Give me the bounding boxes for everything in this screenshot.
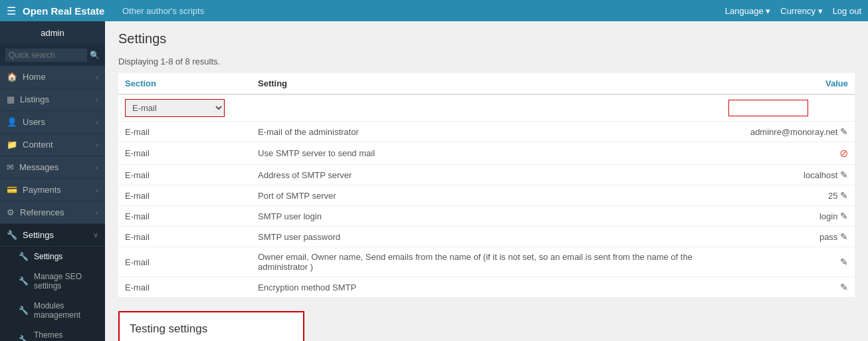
value-cell: 25 ✎ <box>722 185 855 206</box>
value-header: Value <box>722 73 855 94</box>
main-layout: admin 🔍 🏠 Home ‹ ▦ Listings ‹ 👤 Users ‹ … <box>0 21 868 341</box>
seo-icon: 🔧 <box>19 277 29 286</box>
table-row: E-mail Encryption method SMTP ✎ <box>118 277 855 298</box>
setting-cell: Use SMTP server to send mail <box>251 142 722 165</box>
modules-icon: 🔧 <box>19 306 29 315</box>
language-dropdown[interactable]: Language ▾ <box>725 6 770 16</box>
payments-icon: 💳 <box>7 185 17 195</box>
messages-icon: ✉ <box>7 162 14 172</box>
testing-settings-box: Testing settings To email: Send <box>118 311 304 341</box>
sidebar: admin 🔍 🏠 Home ‹ ▦ Listings ‹ 👤 Users ‹ … <box>0 21 105 341</box>
other-scripts-link[interactable]: Other author's scripts <box>122 6 725 16</box>
results-info: Displaying 1-8 of 8 results. <box>118 57 855 66</box>
table-row: E-mail E-mail of the administrator admin… <box>118 122 855 142</box>
sidebar-search-container: 🔍 <box>0 45 105 66</box>
setting-filter-cell <box>251 94 722 122</box>
setting-cell: Owner email, Owner name, Send emails fro… <box>251 247 722 277</box>
sidebar-item-settings-main[interactable]: 🔧 Settings <box>0 247 105 267</box>
page-title: Settings <box>118 31 855 47</box>
sidebar-item-home[interactable]: 🏠 Home ‹ <box>0 66 105 88</box>
themes-icon: 🔧 <box>19 335 29 341</box>
edit-icon[interactable]: ✎ <box>840 170 848 180</box>
home-icon: 🏠 <box>7 72 17 82</box>
sidebar-item-messages[interactable]: ✉ Messages ‹ <box>0 156 105 179</box>
setting-cell: SMTP user password <box>251 227 722 247</box>
value-filter-cell <box>722 94 855 122</box>
chevron-icon: ‹ <box>96 118 98 126</box>
sidebar-user: admin <box>0 21 105 45</box>
table-row: E-mail SMTP user login login ✎ <box>118 206 855 227</box>
settings-sub-icon: 🔧 <box>19 252 29 261</box>
circle-icon: ⊘ <box>839 148 848 159</box>
table-row: E-mail Owner email, Owner name, Send ema… <box>118 247 855 277</box>
content-area: Settings Displaying 1-8 of 8 results. Se… <box>105 21 868 341</box>
chevron-icon: ‹ <box>96 186 98 194</box>
edit-icon[interactable]: ✎ <box>840 211 848 221</box>
setting-cell: E-mail of the administrator <box>251 122 722 142</box>
section-cell: E-mail <box>118 206 251 227</box>
logout-link[interactable]: Log out <box>833 6 861 16</box>
setting-cell: Port of SMTP server <box>251 185 722 206</box>
chevron-icon: ‹ <box>96 96 98 104</box>
sidebar-item-payments[interactable]: 💳 Payments ‹ <box>0 179 105 201</box>
brand-logo: Open Real Estate <box>23 5 109 17</box>
top-nav: ☰ Open Real Estate Other author's script… <box>0 0 868 21</box>
references-icon: ⚙ <box>7 207 15 217</box>
value-cell: ✎ <box>722 277 855 298</box>
value-cell: localhost ✎ <box>722 165 855 185</box>
section-cell: E-mail <box>118 247 251 277</box>
value-cell: ⊘ <box>722 142 855 165</box>
setting-header: Setting <box>251 73 722 94</box>
settings-icon: 🔧 <box>7 230 17 240</box>
section-cell: E-mail <box>118 142 251 165</box>
section-cell: E-mail <box>118 227 251 247</box>
listings-icon: ▦ <box>7 94 15 104</box>
sidebar-item-themes[interactable]: 🔧 Themes management <box>0 325 105 341</box>
value-cell: pass ✎ <box>722 227 855 247</box>
currency-dropdown[interactable]: Currency ▾ <box>780 6 822 16</box>
setting-cell: SMTP user login <box>251 206 722 227</box>
section-cell: E-mail <box>118 277 251 298</box>
users-icon: 👤 <box>7 117 17 127</box>
edit-icon[interactable]: ✎ <box>840 282 848 292</box>
chevron-icon: ‹ <box>96 164 98 171</box>
chevron-icon: ‹ <box>96 209 98 217</box>
value-cell: ✎ <box>722 247 855 277</box>
nav-right: Language ▾ Currency ▾ Log out <box>725 6 861 16</box>
edit-icon[interactable]: ✎ <box>840 257 848 267</box>
search-icon: 🔍 <box>90 51 100 60</box>
edit-icon[interactable]: ✎ <box>840 190 848 201</box>
section-filter-cell: E-mail General SEO <box>118 94 251 122</box>
filter-row: E-mail General SEO <box>118 94 855 122</box>
sidebar-item-modules[interactable]: 🔧 Modules management <box>0 296 105 325</box>
section-cell: E-mail <box>118 122 251 142</box>
setting-cell: Address of SMTP server <box>251 165 722 185</box>
value-cell: adminre@monoray.net ✎ <box>722 122 855 142</box>
chevron-icon: ‹ <box>96 141 98 149</box>
sidebar-item-manage-seo[interactable]: 🔧 Manage SEO settings <box>0 267 105 296</box>
settings-table: Section Setting Value E-mail General SEO <box>118 73 855 298</box>
value-cell: login ✎ <box>722 206 855 227</box>
content-icon: 📁 <box>7 140 17 150</box>
section-cell: E-mail <box>118 165 251 185</box>
hamburger-icon[interactable]: ☰ <box>7 5 16 17</box>
table-row: E-mail SMTP user password pass ✎ <box>118 227 855 247</box>
sidebar-item-settings[interactable]: 🔧 Settings ∨ <box>0 224 105 247</box>
setting-cell: Encryption method SMTP <box>251 277 722 298</box>
table-row: E-mail Use SMTP server to send mail ⊘ <box>118 142 855 165</box>
settings-submenu: 🔧 Settings 🔧 Manage SEO settings 🔧 Modul… <box>0 247 105 341</box>
table-row: E-mail Address of SMTP server localhost … <box>118 165 855 185</box>
sidebar-item-users[interactable]: 👤 Users ‹ <box>0 111 105 134</box>
testing-box-title: Testing settings <box>130 322 293 336</box>
section-select[interactable]: E-mail General SEO <box>125 99 225 117</box>
sidebar-item-content[interactable]: 📁 Content ‹ <box>0 134 105 156</box>
value-filter-input[interactable] <box>728 100 808 116</box>
chevron-down-icon: ∨ <box>93 231 98 239</box>
edit-icon[interactable]: ✎ <box>840 126 848 137</box>
sidebar-item-references[interactable]: ⚙ References ‹ <box>0 201 105 224</box>
table-row: E-mail Port of SMTP server 25 ✎ <box>118 185 855 206</box>
chevron-icon: ‹ <box>96 73 98 81</box>
edit-icon[interactable]: ✎ <box>840 231 848 242</box>
sidebar-item-listings[interactable]: ▦ Listings ‹ <box>0 88 105 111</box>
search-input[interactable] <box>5 49 87 62</box>
